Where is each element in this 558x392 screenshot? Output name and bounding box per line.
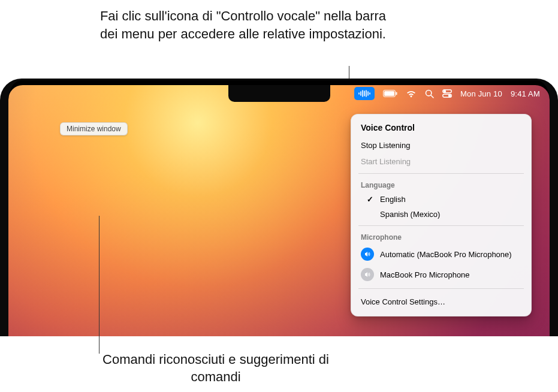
microphone-section-label: Microphone [351, 230, 531, 244]
wifi-icon[interactable] [406, 90, 417, 98]
callout-top-text: Fai clic sull'icona di "Controllo vocale… [96, 7, 390, 43]
stop-listening-item[interactable]: Stop Listening [351, 137, 531, 153]
start-listening-item: Start Listening [351, 153, 531, 170]
svg-line-11 [431, 95, 433, 98]
svg-rect-8 [384, 91, 394, 96]
microphone-label: MacBook Pro Microphone [380, 270, 470, 279]
checkmark-placeholder [366, 210, 374, 219]
microphone-option-macbook-pro[interactable]: MacBook Pro Microphone [351, 264, 531, 285]
divider [358, 173, 524, 174]
svg-point-15 [448, 95, 450, 97]
callout-bottom-text: Comandi riconosciuti e suggerimenti di c… [90, 351, 342, 386]
language-section-label: Language [351, 177, 531, 192]
control-center-icon[interactable] [442, 89, 452, 98]
svg-rect-9 [396, 92, 397, 95]
callout-leader-bottom [99, 216, 99, 354]
voice-control-settings-item[interactable]: Voice Control Settings… [351, 293, 531, 311]
microphone-label: Automatic (MacBook Pro Microphone) [380, 250, 512, 259]
laptop-frame: Mon Jun 10 9:41 AM Minimize window Voice… [0, 79, 558, 336]
dropdown-title: Voice Control [351, 120, 531, 137]
divider [358, 225, 524, 226]
divider [358, 288, 524, 289]
display-notch [228, 85, 330, 102]
battery-icon[interactable] [383, 90, 397, 97]
desktop-background: Mon Jun 10 9:41 AM Minimize window Voice… [8, 85, 550, 336]
recognized-command-bubble: Minimize window [60, 122, 128, 135]
spotlight-icon[interactable] [425, 89, 434, 98]
language-label: Spanish (Mexico) [380, 210, 440, 219]
svg-point-13 [444, 91, 445, 92]
language-option-spanish-mexico[interactable]: Spanish (Mexico) [351, 207, 531, 222]
menubar-date[interactable]: Mon Jun 10 [460, 89, 502, 98]
language-option-english[interactable]: ✓ English [351, 192, 531, 207]
speaker-icon [361, 248, 374, 261]
microphone-option-automatic[interactable]: Automatic (MacBook Pro Microphone) [351, 244, 531, 264]
speaker-icon [361, 268, 374, 281]
language-label: English [380, 195, 406, 204]
voice-control-menubar-icon[interactable] [354, 87, 375, 100]
menubar-time[interactable]: 9:41 AM [511, 89, 540, 98]
voice-control-dropdown: Voice Control Stop Listening Start Liste… [351, 114, 532, 316]
checkmark-icon: ✓ [366, 195, 374, 204]
